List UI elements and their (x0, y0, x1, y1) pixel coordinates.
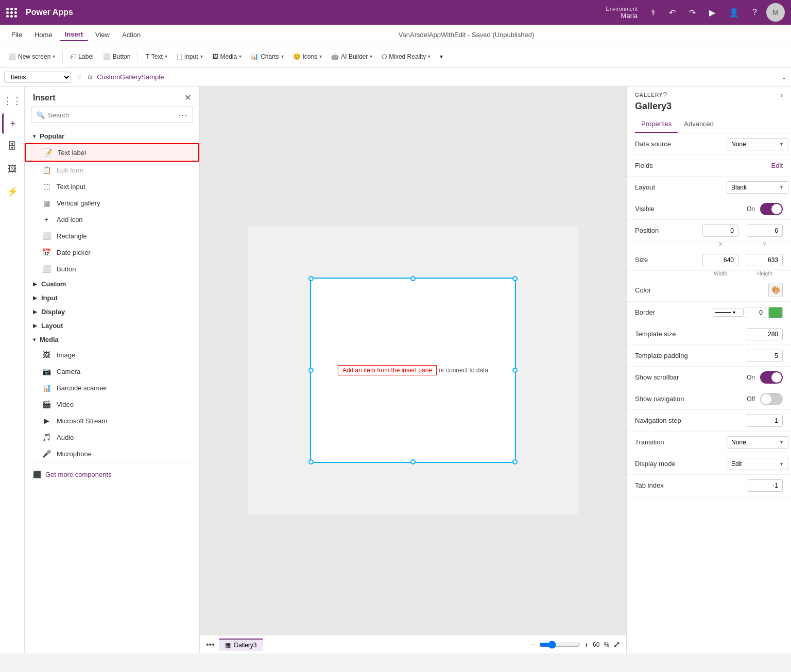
ai-builder-button[interactable]: 🤖 AI Builder ▾ (327, 51, 376, 62)
microsoft-stream-item[interactable]: ▶ Microsoft Stream (25, 412, 199, 429)
audio-item[interactable]: 🎵 Audio (25, 429, 199, 445)
display-section-header[interactable]: ▶ Display (25, 305, 199, 319)
image-item[interactable]: 🖼 Image (25, 347, 199, 363)
undo-icon[interactable]: ↶ (665, 6, 680, 20)
layout-section-header[interactable]: ▶ Layout (25, 319, 199, 333)
more-button[interactable]: ▾ (436, 51, 447, 62)
formula-input[interactable] (97, 73, 777, 81)
fullscreen-button[interactable]: ⤢ (613, 640, 620, 649)
text-label-item[interactable]: 📝 Text label (25, 143, 199, 162)
position-y-input[interactable] (747, 225, 783, 237)
show-scrollbar-toggle[interactable] (760, 371, 783, 384)
input-section-header[interactable]: ▶ Input (25, 291, 199, 305)
microphone-item[interactable]: 🎤 Microphone (25, 445, 199, 462)
mixed-reality-button[interactable]: ⬡ Mixed Reality ▾ (377, 51, 435, 62)
media-button[interactable]: 🖼 Media ▾ (208, 51, 246, 62)
navigation-step-input[interactable] (747, 415, 783, 427)
tab-index-input[interactable] (747, 479, 783, 492)
button-item-icon: ⬜ (41, 264, 51, 274)
display-mode-select[interactable]: Edit (727, 458, 788, 470)
tab-properties[interactable]: Properties (635, 116, 678, 133)
bottom-dots-icon[interactable]: ••• (206, 640, 215, 649)
transition-select[interactable]: None (727, 436, 788, 449)
items-select[interactable]: Items (4, 72, 71, 83)
menu-insert[interactable]: Insert (60, 28, 88, 41)
insert-icon[interactable]: + (2, 113, 23, 134)
border-color-swatch[interactable] (768, 307, 783, 318)
zoom-in-button[interactable]: + (584, 641, 589, 649)
visible-toggle[interactable] (760, 203, 783, 215)
show-navigation-toggle[interactable] (760, 393, 783, 405)
apps-icon[interactable] (6, 8, 18, 18)
handle-ml[interactable] (308, 368, 314, 373)
panel-expand-icon[interactable]: › (781, 91, 783, 99)
handle-br[interactable] (512, 459, 518, 464)
color-picker-button[interactable]: 🎨 (768, 283, 783, 297)
handle-bl[interactable] (308, 459, 314, 464)
insert-close-button[interactable]: ✕ (184, 93, 191, 102)
date-picker-item[interactable]: 📅 Date picker (25, 244, 199, 261)
menu-file[interactable]: File (6, 29, 27, 41)
position-x-input[interactable] (702, 225, 738, 237)
layout-select[interactable]: Blank (727, 181, 788, 194)
data-source-select[interactable]: None (727, 138, 788, 150)
zoom-slider[interactable] (539, 641, 580, 649)
media-left-icon[interactable]: 🖼 (2, 159, 23, 179)
handle-tl[interactable] (308, 276, 314, 281)
help-icon[interactable]: ? (663, 91, 667, 99)
text-button[interactable]: T Text ▾ (141, 51, 171, 62)
custom-section-header[interactable]: ▶ Custom (25, 277, 199, 291)
tree-view-icon[interactable]: ⋮⋮ (2, 91, 23, 111)
button-item[interactable]: ⬜ Button (25, 261, 199, 277)
new-screen-button[interactable]: ⬜ New screen ▾ (4, 51, 59, 62)
user-avatar[interactable]: M (766, 3, 785, 22)
search-input[interactable] (48, 111, 174, 119)
edit-form-item[interactable]: 📋 Edit form (25, 162, 199, 178)
add-icon-item[interactable]: + Add icon (25, 211, 199, 228)
insert-pane-button[interactable]: Add an item from the insert pane (338, 365, 437, 375)
gallery-tab[interactable]: ▦ Gallery3 (219, 639, 263, 651)
vertical-gallery-item[interactable]: ▦ Vertical gallery (25, 195, 199, 211)
barcode-scanner-item[interactable]: 📊 Barcode scanner (25, 380, 199, 396)
handle-tm[interactable] (410, 276, 416, 281)
play-icon[interactable]: ▶ (705, 6, 719, 20)
insert-search-bar[interactable]: 🔍 ⋯ (31, 107, 193, 123)
power-automate-icon[interactable]: ⚡ (2, 181, 23, 202)
handle-tr[interactable] (512, 276, 518, 281)
tab-advanced[interactable]: Advanced (678, 116, 720, 133)
icons-button[interactable]: 😊 Icons ▾ (289, 51, 326, 62)
menu-home[interactable]: Home (29, 29, 58, 41)
camera-item[interactable]: 📷 Camera (25, 363, 199, 380)
border-style-select-wrap[interactable]: ▾ (713, 308, 744, 317)
redo-icon[interactable]: ↷ (685, 6, 700, 20)
text-input-item[interactable]: ⬚ Text input (25, 178, 199, 195)
template-padding-input[interactable] (747, 350, 783, 362)
zoom-out-button[interactable]: − (531, 641, 535, 649)
button-button[interactable]: ⬜ Button (99, 51, 135, 62)
rectangle-item[interactable]: ⬜ Rectangle (25, 228, 199, 244)
popular-section-header[interactable]: ▾ Popular (25, 129, 199, 143)
menu-view[interactable]: View (90, 29, 115, 41)
media-section-header[interactable]: ▾ Media (25, 333, 199, 347)
help-icon[interactable]: ? (748, 6, 761, 19)
label-button[interactable]: 🏷 Label (66, 51, 97, 62)
handle-bm[interactable] (410, 459, 416, 464)
video-item[interactable]: 🎬 Video (25, 396, 199, 412)
get-more-components[interactable]: ⬛ Get more components (25, 462, 199, 487)
search-more-button[interactable]: ⋯ (178, 109, 187, 120)
charts-button[interactable]: 📊 Charts ▾ (247, 51, 287, 62)
gallery-element[interactable]: Add an item from the insert pane or conn… (310, 278, 516, 463)
data-icon[interactable]: 🗄 (2, 136, 23, 157)
template-size-input[interactable] (747, 328, 783, 340)
account-icon[interactable]: 👤 (725, 6, 743, 20)
expand-icon[interactable]: ⌄ (781, 73, 787, 81)
fields-edit-link[interactable]: Edit (771, 162, 783, 169)
size-width-input[interactable] (702, 254, 738, 266)
size-height-input[interactable] (747, 254, 783, 266)
handle-mr[interactable] (512, 368, 518, 373)
input-button[interactable]: ⬚ Input ▾ (173, 51, 207, 62)
menu-action[interactable]: Action (117, 29, 146, 41)
canvas-frame[interactable]: Add an item from the insert pane or conn… (248, 226, 578, 514)
support-icon[interactable]: ⚕ (647, 6, 660, 20)
border-width-input[interactable] (746, 307, 766, 318)
